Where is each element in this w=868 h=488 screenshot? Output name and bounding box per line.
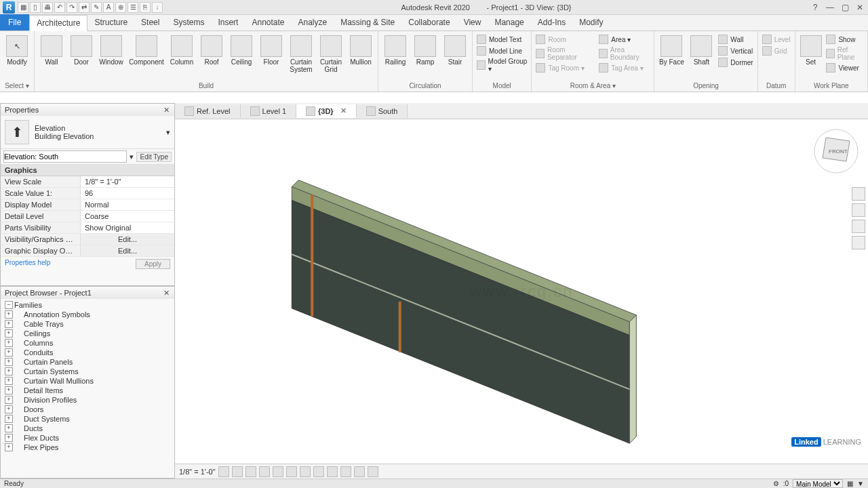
edit-button[interactable]: Edit... <box>81 234 174 245</box>
tree-node[interactable]: Division Profiles <box>3 395 172 405</box>
tab-insert[interactable]: Insert <box>211 14 245 30</box>
tag-room-button[interactable]: Tag Room ▾ <box>534 62 592 73</box>
qat-dropdown-icon[interactable]: ↓ <box>152 2 163 13</box>
close-panel-icon[interactable]: ✕ <box>162 106 170 114</box>
grid-button[interactable]: Grid <box>761 45 792 56</box>
qat-icon[interactable]: ⎘ <box>140 2 151 13</box>
tree-node[interactable]: Curtain Panels <box>3 357 172 367</box>
window-button[interactable]: Window <box>97 34 125 67</box>
viewer-button[interactable]: Viewer <box>825 62 865 73</box>
tab-view[interactable]: View <box>457 14 488 30</box>
prop-value[interactable]: Normal <box>81 199 174 210</box>
qat-icon[interactable]: ☰ <box>127 2 138 13</box>
file-tab[interactable]: File <box>0 14 29 30</box>
qat-icon[interactable]: ✎ <box>91 2 102 13</box>
maximize-icon[interactable]: ▢ <box>840 2 850 13</box>
tab-close-icon[interactable]: ✕ <box>340 106 347 115</box>
view-tab-active[interactable]: {3D}✕ <box>296 104 357 118</box>
mullion-button[interactable]: Mullion <box>347 34 375 67</box>
crop-region-icon[interactable] <box>300 466 311 477</box>
railing-button[interactable]: Railing <box>381 34 410 67</box>
model-text-button[interactable]: Model Text <box>475 34 528 45</box>
ceiling-button[interactable]: Ceiling <box>227 34 256 67</box>
tab-architecture[interactable]: Architecture <box>29 15 87 31</box>
prop-value[interactable]: 1/8" = 1'-0" <box>81 176 174 187</box>
door-button[interactable]: Door <box>67 34 96 67</box>
tree-node[interactable]: Duct Systems <box>3 414 172 424</box>
zoom-icon[interactable] <box>852 220 865 233</box>
3d-viewport[interactable]: FRONT www.rrcg.cn Linked LEARNING <box>175 119 868 464</box>
qat-save-icon[interactable]: 🖶 <box>42 2 53 13</box>
reveal-icon[interactable] <box>340 466 351 477</box>
tree-node[interactable]: Flex Ducts <box>3 433 172 443</box>
rendering-icon[interactable] <box>273 466 283 477</box>
close-icon[interactable]: ✕ <box>854 2 865 13</box>
qat-print-icon[interactable]: ⇄ <box>79 2 90 13</box>
apply-button[interactable]: Apply <box>136 259 170 269</box>
tree-node[interactable]: Cable Trays <box>3 319 172 329</box>
tree-node[interactable]: Doors <box>3 405 172 414</box>
tab-modify[interactable]: Modify <box>572 14 610 30</box>
tree-node[interactable]: Curtain Systems <box>3 367 172 376</box>
type-selector[interactable]: ⬆ ElevationBuilding Elevation ▾ <box>1 116 174 149</box>
tree-node-families[interactable]: Families <box>3 300 172 310</box>
tab-structure[interactable]: Structure <box>87 14 134 30</box>
tab-steel[interactable]: Steel <box>134 14 166 30</box>
model-line-button[interactable]: Model Line <box>475 45 528 56</box>
view-scale[interactable]: 1/8" = 1'-0" <box>179 468 216 476</box>
shaft-button[interactable]: Shaft <box>687 34 715 67</box>
floor-button[interactable]: Floor <box>257 34 285 67</box>
view-tab[interactable]: South <box>357 104 408 118</box>
view-tab[interactable]: Ref. Level <box>175 104 241 118</box>
roof-button[interactable]: Roof <box>197 34 226 67</box>
project-tree[interactable]: Families Annotation Symbols Cable Trays … <box>1 299 174 453</box>
close-panel-icon[interactable]: ✕ <box>162 289 170 297</box>
instance-selector[interactable] <box>3 150 127 163</box>
by-face-button[interactable]: By Face <box>657 34 686 67</box>
tab-systems[interactable]: Systems <box>166 14 211 30</box>
column-button[interactable]: Column <box>167 34 196 67</box>
lock-icon[interactable] <box>313 466 324 477</box>
opening-wall-button[interactable]: Wall <box>717 34 754 45</box>
area-button[interactable]: Area ▾ <box>597 34 651 45</box>
category-header[interactable]: Graphics <box>1 165 174 176</box>
orbit-icon[interactable] <box>852 236 865 249</box>
sun-path-icon[interactable] <box>245 466 256 477</box>
tab-addins[interactable]: Add-Ins <box>531 14 572 30</box>
show-button[interactable]: Show <box>825 34 865 45</box>
help-icon[interactable]: ? <box>810 2 821 13</box>
tree-node[interactable]: Conduits <box>3 348 172 357</box>
select-links-icon[interactable]: ▦ <box>847 480 853 487</box>
qat-text-icon[interactable]: A <box>103 2 114 13</box>
tree-node[interactable]: Flex Pipes <box>3 443 172 452</box>
qat-undo-icon[interactable]: ↶ <box>54 2 65 13</box>
steering-wheel-icon[interactable] <box>852 187 865 201</box>
tree-node[interactable]: Annotation Symbols <box>3 310 172 319</box>
ref-plane-button[interactable]: Ref Plane <box>825 45 865 62</box>
qat-icon[interactable]: ▯ <box>30 2 41 13</box>
view-tab[interactable]: Level 1 <box>241 104 296 118</box>
curtain-system-button[interactable]: Curtain System <box>287 34 315 75</box>
set-button[interactable]: Set <box>798 34 824 67</box>
worksets-icon[interactable]: ⚙ <box>773 480 779 487</box>
model-group-button[interactable]: Model Group ▾ <box>475 57 528 73</box>
edit-button[interactable]: Edit... <box>81 245 174 256</box>
chevron-down-icon[interactable]: ▾ <box>166 128 170 137</box>
tree-node[interactable]: Curtain Wall Mullions <box>3 376 172 386</box>
dormer-button[interactable]: Dormer <box>717 57 754 68</box>
component-button[interactable]: Component <box>127 34 166 67</box>
temp-hide-icon[interactable] <box>327 466 338 477</box>
select-dropdown[interactable]: Select ▾ <box>3 81 31 92</box>
prop-value[interactable]: Show Original <box>81 222 174 233</box>
tree-node[interactable]: Ducts <box>3 424 172 433</box>
modify-button[interactable]: ↖Modify <box>3 34 31 67</box>
tree-node[interactable]: Columns <box>3 338 172 348</box>
curtain-grid-button[interactable]: Curtain Grid <box>317 34 345 75</box>
minimize-icon[interactable]: — <box>825 2 835 13</box>
ramp-button[interactable]: Ramp <box>411 34 439 67</box>
group-label[interactable]: Room & Area ▾ <box>534 81 651 92</box>
vertical-button[interactable]: Vertical <box>717 45 754 56</box>
qat-redo-icon[interactable]: ↷ <box>66 2 77 13</box>
area-boundary-button[interactable]: Area Boundary <box>597 45 651 62</box>
qat-icon[interactable]: ▦ <box>18 2 28 13</box>
